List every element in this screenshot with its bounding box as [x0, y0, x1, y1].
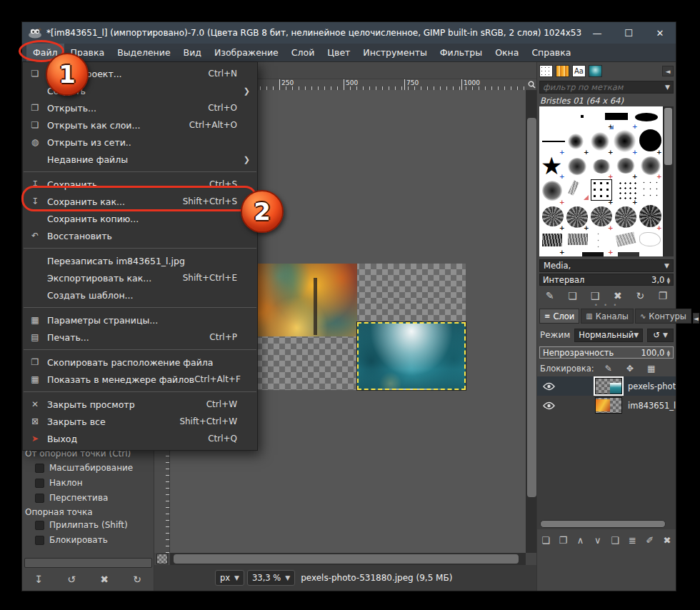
- spinner-icon[interactable]: [666, 276, 670, 284]
- zoom-select[interactable]: 33,3 %: [247, 570, 295, 586]
- menubar-select[interactable]: Выделение: [111, 44, 176, 61]
- menubar-filters[interactable]: Фильтры: [434, 44, 489, 61]
- opacity-slider[interactable]: Непрозрачность 100,0: [539, 346, 674, 359]
- menubar-tools[interactable]: Инструменты: [356, 44, 433, 61]
- menu-item-open-location[interactable]: ◍ Открыть из сети..: [23, 134, 257, 151]
- brush-thumbnail: [635, 113, 658, 121]
- tab-gradients[interactable]: [556, 65, 569, 77]
- brush-filter-input[interactable]: [543, 82, 665, 92]
- new-layer-button[interactable]: ❏: [538, 532, 554, 548]
- open-brush-as-image-button[interactable]: ❐: [655, 288, 671, 304]
- lock-position-toggle[interactable]: ✥: [624, 363, 636, 374]
- tab-fonts[interactable]: Aa: [572, 65, 586, 77]
- new-brush-button[interactable]: ❏: [564, 288, 580, 304]
- scrollbar-thumb[interactable]: [664, 108, 672, 165]
- save-tool-preset-button[interactable]: ↧: [31, 571, 46, 587]
- menubar-view[interactable]: Вид: [177, 44, 208, 61]
- delete-layer-button[interactable]: ✖: [659, 532, 675, 548]
- scrollbar-thumb[interactable]: [174, 554, 519, 564]
- horizontal-scrollbar[interactable]: [170, 553, 526, 565]
- menu-item-page-setup[interactable]: ▦ Параметры страницы...: [23, 311, 257, 329]
- new-layer-group-button[interactable]: ❐: [555, 532, 571, 548]
- lock-pixels-toggle[interactable]: ✎: [603, 363, 614, 374]
- tab-brushes[interactable]: [539, 65, 553, 77]
- media-dropdown[interactable]: Media,: [539, 259, 674, 272]
- brush-grid-scrollbar[interactable]: [663, 106, 674, 256]
- tab-paths[interactable]: ∿Контуры: [635, 309, 691, 324]
- checkbox-box[interactable]: [35, 494, 44, 503]
- menu-item-quit[interactable]: ➤ Выход Ctrl+Q: [23, 430, 257, 447]
- close-button[interactable]: ✕: [644, 22, 676, 44]
- visibility-eye-icon[interactable]: [543, 401, 555, 410]
- checkbox-perspective[interactable]: Перспектива: [35, 493, 108, 503]
- scrollbar-thumb[interactable]: [527, 118, 536, 497]
- checkbox-box[interactable]: [35, 536, 44, 545]
- add-mask-button[interactable]: ✐: [642, 532, 658, 548]
- tab-patterns[interactable]: [589, 65, 602, 77]
- reset-tool-options-button[interactable]: ↻: [129, 571, 145, 587]
- quick-mask-toggle[interactable]: [156, 554, 168, 564]
- gimp-wilber-icon: [28, 28, 42, 39]
- brush-filter-field[interactable]: [539, 81, 674, 94]
- checkbox-box[interactable]: [35, 479, 44, 488]
- menu-item-copy-location[interactable]: ❐ Скопировать расположение файла: [23, 354, 257, 371]
- transparent-canvas[interactable]: [222, 264, 466, 390]
- delete-tool-preset-button[interactable]: ✖: [96, 571, 112, 587]
- layer-list-scrollbar[interactable]: [540, 520, 666, 528]
- visibility-eye-icon[interactable]: [543, 382, 555, 391]
- checkbox-scaling[interactable]: Масштабирование: [35, 463, 133, 473]
- checkbox-box[interactable]: [35, 464, 44, 473]
- tool-options-scrollbar[interactable]: [24, 558, 152, 568]
- lower-layer-button[interactable]: ∨: [590, 532, 606, 548]
- checkbox-shear[interactable]: Наклон: [35, 478, 82, 488]
- unit-select[interactable]: px: [215, 570, 244, 586]
- dock-menu-icon[interactable]: ◄: [693, 313, 699, 324]
- maximize-button[interactable]: ☐: [613, 22, 644, 44]
- menu-item-show-in-fm[interactable]: ▦ Показать в менеджере файлов Ctrl+Alt+F: [23, 371, 257, 388]
- menubar-help[interactable]: Справка: [525, 44, 577, 61]
- checkbox-lock[interactable]: Блокировать: [35, 535, 108, 545]
- menubar-layer[interactable]: Слой: [285, 44, 321, 61]
- menu-item-overwrite[interactable]: Перезаписать im843651_l.jpg: [23, 252, 257, 269]
- brush-grid[interactable]: [539, 106, 663, 256]
- duplicate-layer-button[interactable]: ❑: [607, 532, 623, 548]
- menu-item-revert[interactable]: ↶ Восстановить: [23, 227, 257, 244]
- menu-item-save-copy[interactable]: Сохранить копию...: [23, 210, 257, 227]
- checkbox-box[interactable]: [35, 521, 44, 530]
- titlebar[interactable]: *[im843651_l] (импортировано)-7.0 (Цвета…: [22, 22, 676, 44]
- duplicate-brush-button[interactable]: ❑: [587, 288, 603, 304]
- tab-channels[interactable]: ▥Каналы: [581, 309, 634, 324]
- checkbox-snap[interactable]: Прилипать (Shift): [35, 520, 128, 530]
- menubar-color[interactable]: Цвет: [321, 44, 356, 61]
- merge-layer-button[interactable]: ≣: [624, 532, 640, 548]
- edit-brush-button[interactable]: ✎: [542, 288, 558, 304]
- menu-item-open-as-layers[interactable]: ❏ Открыть как слои... Ctrl+Alt+O: [23, 116, 257, 134]
- mode-options-button[interactable]: ↺: [647, 329, 674, 342]
- menu-item-close-all[interactable]: ⊠ Закрыть все Shift+Ctrl+W: [23, 413, 257, 430]
- menu-item-close-view[interactable]: ✕ Закрыть просмотр Ctrl+W: [23, 396, 257, 413]
- restore-tool-preset-button[interactable]: ↺: [64, 571, 79, 587]
- menubar-image[interactable]: Изображение: [208, 44, 285, 61]
- layer-image-city-selected[interactable]: [357, 322, 466, 390]
- spinner-icon[interactable]: [666, 349, 670, 356]
- layer-mode-dropdown[interactable]: Нормальный: [574, 329, 643, 342]
- menu-item-recent[interactable]: Недавние файлы ❯: [23, 151, 257, 168]
- menubar-windows[interactable]: Окна: [489, 44, 525, 61]
- menu-item-print[interactable]: ▤ Печать... Ctrl+P: [23, 329, 257, 346]
- dock-menu-icon[interactable]: ◄: [662, 66, 674, 76]
- layer-row-pexels[interactable]: pexels-photo-53: [537, 376, 676, 396]
- layer-row-im843651[interactable]: im843651_l.jpg: [537, 396, 676, 415]
- lock-alpha-toggle[interactable]: ▦: [646, 363, 657, 374]
- brush-thumbnail: [542, 181, 562, 201]
- minimize-button[interactable]: —: [581, 22, 613, 44]
- annotation-step-2-badge: 2: [241, 190, 284, 233]
- menu-item-export-as[interactable]: Экспортировать как... Shift+Ctrl+E: [23, 269, 257, 286]
- menu-item-create-template[interactable]: Создать шаблон...: [23, 286, 257, 304]
- refresh-brushes-button[interactable]: ↻: [632, 288, 648, 304]
- raise-layer-button[interactable]: ∧: [573, 532, 589, 548]
- spacing-slider[interactable]: Интервал 3,0: [539, 274, 674, 286]
- menu-item-open[interactable]: ❐ Открыть... Ctrl+O: [23, 99, 257, 116]
- scrollbar-thumb[interactable]: [540, 520, 666, 528]
- delete-brush-button[interactable]: ✖: [610, 288, 626, 304]
- tab-layers[interactable]: ≡Слои: [539, 309, 579, 324]
